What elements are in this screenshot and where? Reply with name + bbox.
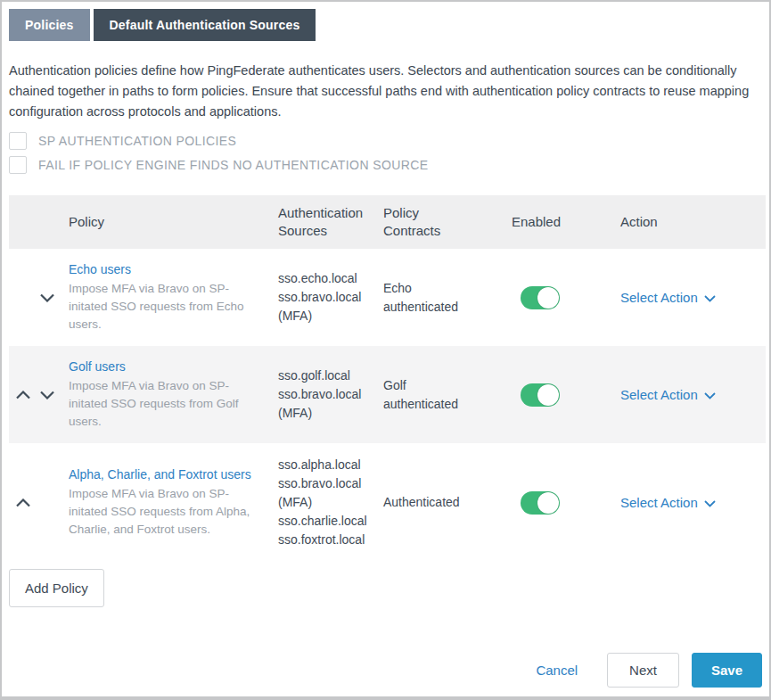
policy-cell: Echo users Impose MFA via Bravo on SP-in… <box>69 261 278 334</box>
sp-authentication-policies-label: SP AUTHENTICATION POLICIES <box>38 134 236 148</box>
select-action-label: Select Action <box>620 387 698 402</box>
table-row: Golf users Impose MFA via Bravo on SP-in… <box>9 346 766 443</box>
policy-description: Impose MFA via Bravo on SP-initated SSO … <box>69 280 258 334</box>
policy-contract: Echo authenticated <box>383 279 512 317</box>
header-policy: Policy <box>69 213 278 231</box>
tab-default-authentication-sources[interactable]: Default Authentication Sources <box>94 9 316 41</box>
policy-contract: Golf authenticated <box>383 376 512 414</box>
policy-name-link[interactable]: Echo users <box>69 262 131 276</box>
policy-name-link[interactable]: Golf users <box>69 359 126 374</box>
fail-if-no-source-row: FAIL IF POLICY ENGINE FINDS NO AUTHENTIC… <box>9 156 762 174</box>
move-down-button[interactable] <box>40 293 54 302</box>
action-cell: Select Action <box>620 290 766 305</box>
select-action-dropdown[interactable]: Select Action <box>620 495 716 510</box>
select-action-dropdown[interactable]: Select Action <box>620 290 716 305</box>
reorder-controls <box>9 498 69 507</box>
action-cell: Select Action <box>620 495 766 510</box>
policy-description: Impose MFA via Bravo on SP-initated SSO … <box>69 377 258 431</box>
sp-authentication-policies-checkbox[interactable] <box>9 132 27 150</box>
table-header-row: Policy Authentication Sources Policy Con… <box>9 195 766 249</box>
authentication-sources: sso.alpha.local sso.bravo.local (MFA) ss… <box>278 456 383 549</box>
save-button[interactable]: Save <box>692 653 762 688</box>
sp-authentication-policies-row: SP AUTHENTICATION POLICIES <box>9 132 762 150</box>
chevron-down-icon <box>704 290 716 305</box>
header-policy-contracts: Policy Contracts <box>383 204 512 240</box>
table-row: Alpha, Charlie, and Foxtrot users Impose… <box>9 443 766 562</box>
cancel-link[interactable]: Cancel <box>536 663 578 678</box>
enabled-cell <box>512 383 620 407</box>
enabled-toggle[interactable] <box>521 286 560 309</box>
select-action-label: Select Action <box>620 495 698 510</box>
select-action-dropdown[interactable]: Select Action <box>620 387 716 402</box>
authentication-sources: sso.echo.local sso.bravo.local (MFA) <box>278 269 383 325</box>
toggle-knob <box>537 384 559 406</box>
chevron-down-icon <box>704 387 716 402</box>
policy-cell: Alpha, Charlie, and Foxtrot users Impose… <box>69 466 278 539</box>
policy-description: Impose MFA via Bravo on SP-initated SSO … <box>69 485 258 539</box>
footer-actions: Cancel Next Save <box>9 653 762 689</box>
tab-policies[interactable]: Policies <box>9 9 90 41</box>
add-policy-button[interactable]: Add Policy <box>9 569 104 607</box>
enabled-cell <box>512 491 620 515</box>
select-action-label: Select Action <box>620 290 698 305</box>
enabled-cell <box>512 286 620 309</box>
authentication-sources: sso.golf.local sso.bravo.local (MFA) <box>278 366 383 423</box>
enabled-toggle[interactable] <box>521 491 560 515</box>
fail-if-no-source-checkbox[interactable] <box>9 156 27 174</box>
toggle-knob <box>537 492 559 514</box>
toggle-knob <box>537 287 559 309</box>
move-up-button[interactable] <box>16 498 30 507</box>
reorder-controls <box>9 391 69 399</box>
reorder-controls <box>9 293 69 302</box>
header-authentication-sources: Authentication Sources <box>278 204 383 240</box>
header-action: Action <box>620 213 766 231</box>
chevron-down-icon <box>704 495 716 510</box>
policies-table: Policy Authentication Sources Policy Con… <box>9 195 766 562</box>
policy-options: SP AUTHENTICATION POLICIES FAIL IF POLIC… <box>9 132 762 180</box>
page-description: Authentication policies define how PingF… <box>9 61 762 122</box>
enabled-toggle[interactable] <box>521 383 560 407</box>
action-cell: Select Action <box>620 387 766 402</box>
policy-name-link[interactable]: Alpha, Charlie, and Foxtrot users <box>69 467 251 482</box>
policy-cell: Golf users Impose MFA via Bravo on SP-in… <box>69 358 278 431</box>
tab-bar: Policies Default Authentication Sources <box>9 9 762 41</box>
move-up-button[interactable] <box>16 391 30 399</box>
header-enabled: Enabled <box>512 213 620 231</box>
next-button[interactable]: Next <box>607 653 679 688</box>
table-row: Echo users Impose MFA via Bravo on SP-in… <box>9 249 766 346</box>
fail-if-no-source-label: FAIL IF POLICY ENGINE FINDS NO AUTHENTIC… <box>38 158 429 172</box>
move-down-button[interactable] <box>40 391 54 399</box>
policy-contract: Authenticated <box>383 493 512 512</box>
